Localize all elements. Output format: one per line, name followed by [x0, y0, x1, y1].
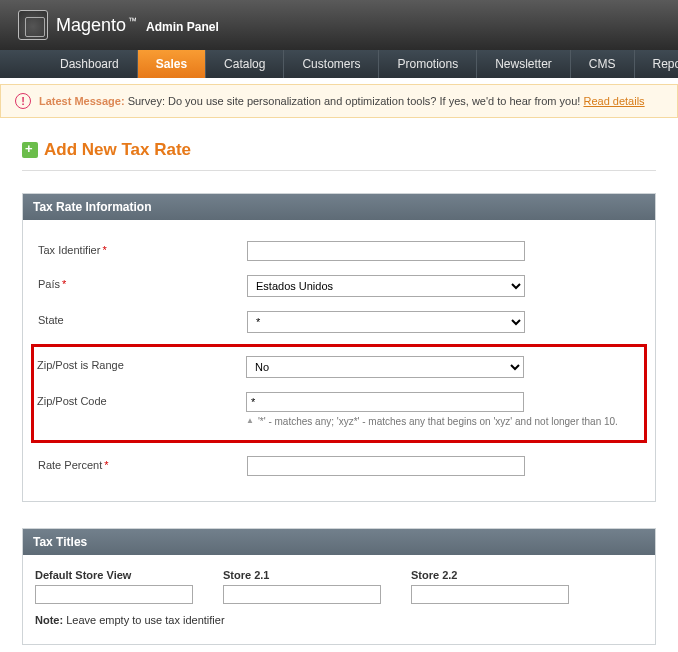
title-col-store22: Store 2.2: [411, 569, 569, 604]
field-state: State *: [35, 304, 643, 340]
select-state[interactable]: *: [247, 311, 525, 333]
field-zip-is-range: Zip/Post is Range No: [34, 349, 644, 385]
title-col-default: Default Store View: [35, 569, 193, 604]
page-title: Add New Tax Rate: [44, 140, 191, 160]
panel-heading: Tax Titles: [23, 529, 655, 555]
label-tax-identifier: Tax Identifier: [38, 244, 100, 256]
required-mark: *: [102, 244, 106, 256]
input-zip-code[interactable]: [246, 392, 524, 412]
field-zip-code: Zip/Post Code ▲ '*' - matches any; 'xyz*…: [34, 385, 644, 434]
brand-suffix: Admin Panel: [146, 20, 219, 34]
nav-catalog[interactable]: Catalog: [206, 50, 284, 78]
field-rate-percent: Rate Percent*: [35, 449, 643, 483]
nav-cms[interactable]: CMS: [571, 50, 635, 78]
zip-code-note: ▲ '*' - matches any; 'xyz*' - matches an…: [246, 416, 618, 427]
panel-heading: Tax Rate Information: [23, 194, 655, 220]
input-store21[interactable]: [223, 585, 381, 604]
message-prefix: Latest Message:: [39, 95, 125, 107]
input-rate-percent[interactable]: [247, 456, 525, 476]
input-default-store[interactable]: [35, 585, 193, 604]
label-store21: Store 2.1: [223, 569, 381, 581]
tax-titles-grid: Default Store View Store 2.1 Store 2.2: [35, 569, 643, 604]
label-state: State: [38, 314, 64, 326]
brand-tm: ™: [128, 16, 137, 26]
select-country[interactable]: Estados Unidos: [247, 275, 525, 297]
nav-newsletter[interactable]: Newsletter: [477, 50, 571, 78]
nav-sales[interactable]: Sales: [138, 50, 206, 78]
label-country: País: [38, 278, 60, 290]
select-zip-is-range[interactable]: No: [246, 356, 524, 378]
nav-customers[interactable]: Customers: [284, 50, 379, 78]
add-icon: [22, 142, 38, 158]
system-message-bar: ! Latest Message: Survey: Do you use sit…: [0, 84, 678, 118]
page-title-row: Add New Tax Rate: [22, 140, 656, 160]
brand-text: Magento™ Admin Panel: [56, 15, 219, 36]
brand-name: Magento: [56, 15, 126, 35]
message-body: Survey: Do you use site personalization …: [128, 95, 581, 107]
highlighted-zip-section: Zip/Post is Range No Zip/Post Code: [31, 344, 647, 443]
nav-reports[interactable]: Reports: [635, 50, 678, 78]
nav-dashboard[interactable]: Dashboard: [42, 50, 138, 78]
title-divider: [22, 170, 656, 171]
label-zip-code: Zip/Post Code: [37, 395, 107, 407]
label-default-store: Default Store View: [35, 569, 193, 581]
magento-logo-icon: [18, 10, 48, 40]
required-mark: *: [62, 278, 66, 290]
input-store22[interactable]: [411, 585, 569, 604]
panel-tax-titles: Tax Titles Default Store View Store 2.1 …: [22, 528, 656, 645]
note-arrow-icon: ▲: [246, 416, 254, 427]
label-rate-percent: Rate Percent: [38, 459, 102, 471]
field-country: País* Estados Unidos: [35, 268, 643, 304]
panel-tax-rate-info: Tax Rate Information Tax Identifier* Paí…: [22, 193, 656, 502]
nav-promotions[interactable]: Promotions: [379, 50, 477, 78]
admin-header: Magento™ Admin Panel: [0, 0, 678, 50]
alert-icon: !: [15, 93, 31, 109]
message-link[interactable]: Read details: [583, 95, 644, 107]
title-col-store21: Store 2.1: [223, 569, 381, 604]
main-nav: Dashboard Sales Catalog Customers Promot…: [0, 50, 678, 78]
titles-note: Note: Leave empty to use tax identifier: [35, 614, 643, 626]
label-zip-is-range: Zip/Post is Range: [37, 359, 124, 371]
field-tax-identifier: Tax Identifier*: [35, 234, 643, 268]
required-mark: *: [104, 459, 108, 471]
input-tax-identifier[interactable]: [247, 241, 525, 261]
label-store22: Store 2.2: [411, 569, 569, 581]
